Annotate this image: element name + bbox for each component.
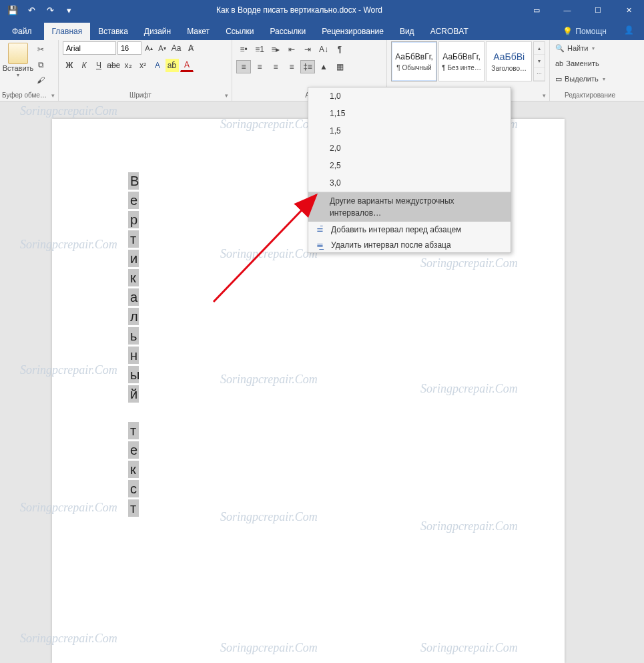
style-name: ¶ Обычный: [396, 64, 431, 71]
selected-char[interactable]: е: [128, 192, 139, 209]
increase-indent-button[interactable]: ⇥: [300, 43, 315, 56]
style-sample: АаБбВі: [493, 51, 525, 62]
find-label: Найти: [567, 44, 588, 52]
ls-remove-space-after[interactable]: ≡̲ Удалить интервал после абзаца: [308, 237, 511, 252]
bold-button[interactable]: Ж: [63, 59, 76, 72]
close-button[interactable]: ✕: [613, 0, 644, 20]
shrink-font-button[interactable]: A▾: [156, 41, 168, 55]
text-effects-button[interactable]: A: [151, 59, 164, 72]
selected-char[interactable]: к: [128, 269, 139, 286]
styles-more-button[interactable]: ▴▾⋯: [533, 41, 545, 81]
save-button[interactable]: 💾: [4, 1, 21, 19]
tab-file[interactable]: Файл: [0, 23, 44, 40]
selected-char[interactable]: В: [128, 172, 139, 190]
superscript-button[interactable]: x²: [136, 59, 149, 72]
selected-char[interactable]: к: [128, 461, 139, 478]
ls-option-2.0[interactable]: 2,0: [308, 140, 511, 157]
selected-char[interactable]: т: [128, 422, 139, 439]
maximize-button[interactable]: ☐: [583, 0, 613, 20]
replace-button[interactable]: ab Заменить: [554, 57, 626, 70]
shading-button[interactable]: ▲: [316, 60, 331, 73]
selected-char[interactable]: н: [128, 347, 139, 364]
style-heading1[interactable]: АаБбВі Заголово…: [486, 41, 532, 81]
show-marks-button[interactable]: ¶: [332, 43, 347, 56]
change-case-button[interactable]: Aa: [170, 41, 183, 55]
group-label-editing: Редактирование: [550, 91, 630, 99]
paste-icon: [8, 43, 28, 64]
selected-char[interactable]: а: [128, 288, 139, 306]
ls-option-1.15[interactable]: 1,15: [308, 105, 511, 122]
tab-acrobat[interactable]: ACROBAT: [422, 23, 476, 40]
window-title: Как в Ворде писать вертикально.docx - Wo…: [77, 5, 521, 15]
selected-char[interactable]: т: [128, 230, 139, 248]
selected-char[interactable]: ь: [128, 327, 139, 345]
justify-button[interactable]: ≡: [284, 60, 299, 73]
share-button[interactable]: 👤: [613, 20, 644, 40]
paste-button[interactable]: Вставить ▾: [4, 41, 32, 87]
subscript-button[interactable]: x₂: [121, 59, 135, 72]
add-before-icon: ≡̄: [314, 224, 326, 234]
multilevel-list-button[interactable]: ≡▸: [268, 43, 283, 56]
ls-option-1.0[interactable]: 1,0: [308, 87, 511, 105]
line-spacing-button[interactable]: ‡≡: [300, 60, 315, 73]
ls-option-2.5[interactable]: 2,5: [308, 157, 511, 174]
bullets-button[interactable]: ≡•: [236, 43, 251, 56]
ribbon-options-button[interactable]: ▭: [521, 0, 552, 20]
decrease-indent-button[interactable]: ⇤: [284, 43, 299, 56]
grow-font-button[interactable]: A▴: [143, 41, 155, 55]
tab-home[interactable]: Главная: [44, 23, 91, 40]
customize-qat-button[interactable]: ▾: [60, 1, 77, 19]
borders-button[interactable]: ▦: [332, 60, 347, 73]
selected-char[interactable]: е: [128, 441, 139, 459]
font-name-combo[interactable]: [63, 41, 116, 55]
style-no-spacing[interactable]: АаБбВвГг, ¶ Без инте…: [438, 41, 485, 81]
style-normal[interactable]: АаБбВвГг, ¶ Обычный: [391, 41, 437, 81]
tab-layout[interactable]: Макет: [179, 23, 218, 40]
tell-me[interactable]: 💡 Помощн: [556, 23, 613, 40]
find-button[interactable]: 🔍 Найти ▾: [554, 41, 626, 55]
replace-icon: ab: [555, 59, 563, 67]
font-dialog-launcher[interactable]: ▾: [222, 91, 230, 99]
copy-button[interactable]: ⧉: [33, 58, 48, 71]
selected-char[interactable]: и: [128, 250, 139, 267]
styles-dialog-launcher[interactable]: ▾: [540, 91, 548, 99]
clipboard-dialog-launcher[interactable]: ▾: [49, 91, 57, 99]
italic-button[interactable]: К: [77, 59, 91, 72]
tab-insert[interactable]: Вставка: [90, 23, 136, 40]
ls-other-options[interactable]: Другие варианты междустрочных интервалов…: [308, 192, 511, 222]
font-size-combo[interactable]: [117, 41, 141, 55]
selected-char[interactable]: й: [128, 385, 139, 403]
ls-option-1.5[interactable]: 1,5: [308, 122, 511, 140]
selected-char[interactable]: с: [128, 480, 139, 497]
font-color-button[interactable]: A: [180, 59, 194, 72]
tab-design[interactable]: Дизайн: [136, 23, 179, 40]
undo-button[interactable]: ↶: [23, 1, 40, 19]
strikethrough-button[interactable]: abc: [107, 59, 120, 72]
tab-references[interactable]: Ссылки: [218, 23, 262, 40]
selected-char[interactable]: л: [128, 308, 139, 325]
align-left-button[interactable]: ≡: [236, 60, 251, 73]
style-name: ¶ Без инте…: [442, 64, 481, 71]
selected-char[interactable]: р: [128, 211, 139, 228]
align-center-button[interactable]: ≡: [252, 60, 267, 73]
clear-formatting-button[interactable]: A̷: [184, 41, 198, 55]
highlight-color-button[interactable]: aɓ: [166, 59, 179, 72]
tab-view[interactable]: Вид: [392, 23, 422, 40]
align-right-button[interactable]: ≡: [268, 60, 283, 73]
style-sample: АаБбВвГг,: [395, 52, 433, 61]
ls-option-3.0[interactable]: 3,0: [308, 174, 511, 192]
select-button[interactable]: ▭ Выделить ▾: [554, 72, 626, 85]
tab-review[interactable]: Рецензирование: [314, 23, 392, 40]
vertical-text-selection[interactable]: Вертикальныйтекст: [128, 172, 139, 519]
ls-add-space-before[interactable]: ≡̄ Добавить интервал перед абзацем: [308, 222, 511, 237]
redo-button[interactable]: ↷: [41, 1, 59, 19]
selected-char[interactable]: ы: [128, 366, 139, 383]
minimize-button[interactable]: —: [552, 0, 583, 20]
selected-char[interactable]: т: [128, 499, 139, 517]
cut-button[interactable]: ✂: [33, 43, 48, 56]
underline-button[interactable]: Ч: [92, 59, 105, 72]
tab-mailings[interactable]: Рассылки: [262, 23, 314, 40]
sort-button[interactable]: A↓: [316, 43, 331, 56]
numbering-button[interactable]: ≡1: [252, 43, 267, 56]
format-painter-button[interactable]: 🖌: [33, 73, 48, 87]
